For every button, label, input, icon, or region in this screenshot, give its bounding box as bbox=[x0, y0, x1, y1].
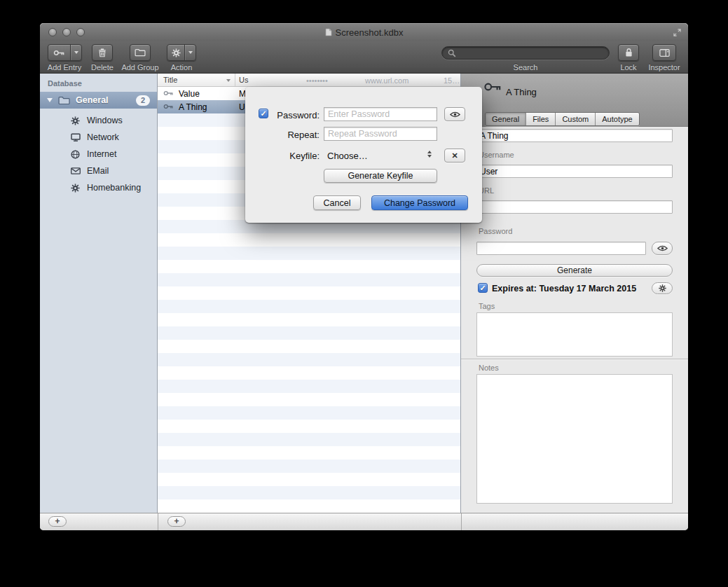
sidebar-item-label: Homebanking bbox=[87, 183, 141, 193]
inspector-header: A Thing General Files Custom Autotype bbox=[461, 74, 688, 127]
generate-keyfile-button[interactable]: Generate Keyfile bbox=[324, 169, 437, 183]
url-field[interactable] bbox=[476, 200, 673, 214]
eye-icon bbox=[657, 245, 668, 251]
cancel-button[interactable]: Cancel bbox=[313, 195, 361, 210]
gear-icon bbox=[167, 45, 184, 60]
stepper-arrows-icon bbox=[427, 151, 432, 158]
add-entry-button[interactable] bbox=[48, 44, 82, 61]
folder-icon bbox=[135, 48, 146, 57]
tags-input[interactable] bbox=[476, 312, 673, 357]
notes-input[interactable] bbox=[476, 374, 673, 504]
tab-general[interactable]: General bbox=[486, 113, 526, 125]
key-plus-icon bbox=[48, 45, 70, 60]
peek-url: www.url.com bbox=[365, 76, 408, 85]
search-input[interactable] bbox=[460, 48, 603, 59]
padlock-icon bbox=[625, 48, 633, 57]
sidebar-item-network[interactable]: Network bbox=[40, 129, 157, 146]
inspector-label: Inspector bbox=[648, 63, 680, 71]
tab-custom[interactable]: Custom bbox=[555, 113, 595, 125]
search-label: Search bbox=[514, 63, 538, 71]
sidebar-item-email[interactable]: EMail bbox=[40, 163, 157, 179]
sidebar-item-internet[interactable]: Internet bbox=[40, 146, 157, 163]
peek-modified: 15… bbox=[444, 76, 460, 85]
divider bbox=[461, 359, 688, 359]
fullscreen-icon[interactable] bbox=[673, 29, 681, 36]
action-label: Action bbox=[171, 63, 193, 71]
password-label: Password: bbox=[270, 110, 320, 120]
add-entry-label: Add Entry bbox=[48, 63, 81, 71]
eye-icon bbox=[450, 111, 460, 118]
generate-password-button[interactable]: Generate bbox=[476, 264, 673, 277]
title-field[interactable] bbox=[476, 129, 673, 142]
delete-button[interactable] bbox=[92, 44, 113, 61]
peek-password: •••••••• bbox=[306, 76, 328, 85]
repeat-label: Repeat: bbox=[270, 130, 320, 140]
search-field[interactable] bbox=[441, 46, 610, 60]
password-input[interactable] bbox=[324, 107, 437, 121]
sidebar-item-general[interactable]: General 2 bbox=[40, 92, 157, 109]
sidebar-item-label: General bbox=[76, 95, 136, 105]
sidebar-item-label: Network bbox=[87, 132, 119, 142]
add-group-label: Add Group bbox=[121, 63, 158, 71]
sidebar-item-windows[interactable]: Windows bbox=[40, 112, 157, 129]
username-label: Username bbox=[479, 151, 514, 159]
count-badge: 2 bbox=[136, 95, 150, 106]
tab-autotype[interactable]: Autotype bbox=[595, 113, 638, 125]
expires-label: Expires at: Tuesday 17 March 2015 bbox=[492, 284, 636, 294]
window-title: Screenshot.kdbx bbox=[336, 27, 404, 38]
column-header-username[interactable]: Us bbox=[239, 76, 248, 84]
tags-label: Tags bbox=[479, 302, 495, 310]
clear-keyfile-button[interactable]: ✕ bbox=[444, 149, 465, 163]
screen: Screenshot.kdbx Add Entry Delete bbox=[0, 0, 728, 587]
inspector-tabs: General Files Custom Autotype bbox=[485, 112, 640, 126]
repeat-password-input[interactable] bbox=[324, 127, 437, 141]
inspector-button[interactable] bbox=[652, 44, 676, 61]
sidebar-item-label: Internet bbox=[87, 149, 116, 159]
sidebar-item-homebanking[interactable]: Homebanking bbox=[40, 179, 157, 196]
inspector-panel: A Thing General Files Custom Autotype Us… bbox=[461, 74, 688, 513]
notes-label: Notes bbox=[479, 364, 499, 372]
sort-indicator-icon bbox=[226, 79, 231, 82]
keyfile-popup[interactable]: Choose… bbox=[324, 149, 437, 163]
chevron-down-icon[interactable] bbox=[185, 45, 195, 60]
column-header-title[interactable]: Title bbox=[163, 76, 177, 84]
globe-icon bbox=[70, 150, 81, 159]
reveal-password-button[interactable] bbox=[652, 242, 673, 255]
reveal-password-button[interactable] bbox=[444, 107, 465, 121]
key-icon bbox=[163, 103, 174, 110]
password-label: Password bbox=[479, 227, 512, 235]
entry-list-header: Title Us •••••••• www.url.com 15… bbox=[158, 74, 460, 87]
disclosure-triangle-icon[interactable] bbox=[47, 98, 53, 102]
titlebar: Screenshot.kdbx bbox=[40, 23, 688, 41]
change-password-button[interactable]: Change Password bbox=[371, 195, 468, 210]
trash-icon bbox=[98, 48, 107, 57]
keyfile-label: Keyfile: bbox=[270, 151, 320, 161]
chevron-down-icon[interactable] bbox=[71, 45, 81, 60]
monitor-icon bbox=[70, 133, 81, 141]
add-group-button[interactable] bbox=[130, 44, 151, 61]
folder-icon bbox=[58, 96, 70, 105]
gear-icon bbox=[70, 184, 81, 193]
password-checkbox-checked-icon[interactable]: ✓ bbox=[259, 109, 268, 118]
key-icon bbox=[163, 90, 174, 97]
username-field[interactable] bbox=[476, 165, 673, 178]
footer-bar: + + bbox=[40, 513, 688, 530]
lock-button[interactable] bbox=[618, 44, 639, 61]
action-button[interactable] bbox=[167, 44, 196, 61]
change-password-dialog: ✓ Password: Repeat: Keyfile: Choose… ✕ G… bbox=[245, 87, 482, 223]
tab-files[interactable]: Files bbox=[526, 113, 555, 125]
lock-label: Lock bbox=[620, 63, 636, 71]
document-icon bbox=[325, 28, 332, 36]
entry-title: Value bbox=[179, 89, 200, 99]
expires-checkbox-checked-icon[interactable]: ✓ bbox=[478, 283, 488, 293]
expires-gear-button[interactable] bbox=[652, 282, 673, 294]
add-entry-plus-button[interactable]: + bbox=[167, 516, 186, 527]
key-icon bbox=[483, 81, 502, 96]
search-icon bbox=[448, 49, 456, 57]
toolbar: Add Entry Delete Add Group Actio bbox=[40, 41, 688, 74]
add-group-plus-button[interactable]: + bbox=[48, 516, 67, 527]
password-field[interactable] bbox=[476, 242, 646, 255]
gear-icon bbox=[659, 284, 666, 292]
sidebar-header: Database bbox=[48, 79, 82, 88]
keyfile-popup-value: Choose… bbox=[327, 151, 368, 161]
